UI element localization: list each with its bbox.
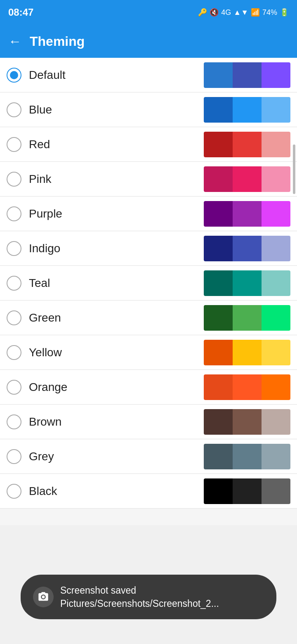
theme-label-orange: Orange: [29, 381, 204, 394]
swatch-part-red-1: [233, 132, 262, 157]
radio-blue[interactable]: [7, 102, 21, 117]
swatch-part-default-2: [262, 62, 290, 88]
swatch-part-brown-1: [233, 409, 262, 435]
status-bar: 08:47 🔑 🔇 4G ▲▼ 📶 74% 🔋: [0, 0, 297, 25]
swatch-part-pink-1: [233, 166, 262, 192]
back-button[interactable]: ←: [8, 34, 21, 49]
radio-red[interactable]: [7, 137, 21, 152]
swatch-part-green-0: [204, 305, 233, 331]
svg-point-0: [42, 595, 45, 598]
theme-row-grey[interactable]: Grey: [0, 439, 297, 474]
swatch-part-teal-2: [262, 270, 290, 296]
color-swatch-teal: [204, 270, 290, 296]
header: ← Theming: [0, 25, 297, 58]
radio-yellow[interactable]: [7, 345, 21, 360]
swatch-part-yellow-2: [262, 340, 290, 365]
theme-label-yellow: Yellow: [29, 346, 204, 359]
theme-label-indigo: Indigo: [29, 242, 204, 255]
bars-icon: 📶: [251, 8, 260, 17]
swatch-part-yellow-0: [204, 340, 233, 365]
swatch-part-blue-1: [233, 97, 262, 123]
color-swatch-pink: [204, 166, 290, 192]
color-swatch-red: [204, 132, 290, 157]
color-swatch-grey: [204, 444, 290, 469]
swatch-part-pink-0: [204, 166, 233, 192]
radio-grey[interactable]: [7, 449, 21, 464]
radio-black[interactable]: [7, 484, 21, 499]
radio-pink[interactable]: [7, 172, 21, 187]
swatch-part-teal-1: [233, 270, 262, 296]
swatch-part-purple-0: [204, 201, 233, 227]
theme-row-purple[interactable]: Purple: [0, 197, 297, 231]
theme-label-black: Black: [29, 485, 204, 498]
swatch-part-blue-2: [262, 97, 290, 123]
swatch-part-pink-2: [262, 166, 290, 192]
theme-row-black[interactable]: Black: [0, 474, 297, 509]
swatch-part-grey-0: [204, 444, 233, 469]
toast-text: Screenshot savedPictures/Screenshots/Scr…: [60, 584, 219, 610]
radio-brown[interactable]: [7, 414, 21, 429]
swatch-part-orange-0: [204, 374, 233, 400]
theme-row-green[interactable]: Green: [0, 301, 297, 335]
swatch-part-default-0: [204, 62, 233, 88]
swatch-part-grey-1: [233, 444, 262, 469]
swatch-part-brown-2: [262, 409, 290, 435]
swatch-part-indigo-0: [204, 236, 233, 261]
toast-notification: Screenshot savedPictures/Screenshots/Scr…: [21, 575, 276, 619]
theme-row-pink[interactable]: Pink: [0, 162, 297, 197]
theme-row-orange[interactable]: Orange: [0, 370, 297, 405]
color-swatch-black: [204, 478, 290, 504]
theme-label-teal: Teal: [29, 277, 204, 290]
theme-label-brown: Brown: [29, 415, 204, 429]
theme-row-teal[interactable]: Teal: [0, 266, 297, 301]
swatch-part-orange-2: [262, 374, 290, 400]
theme-row-indigo[interactable]: Indigo: [0, 231, 297, 266]
color-swatch-indigo: [204, 236, 290, 261]
swatch-part-red-2: [262, 132, 290, 157]
scrollbar[interactable]: [293, 144, 295, 194]
theme-label-blue: Blue: [29, 103, 204, 116]
swatch-part-black-1: [233, 478, 262, 504]
theme-label-pink: Pink: [29, 173, 204, 186]
theme-row-yellow[interactable]: Yellow: [0, 335, 297, 370]
swatch-part-black-2: [262, 478, 290, 504]
page-title: Theming: [30, 34, 85, 49]
color-swatch-brown: [204, 409, 290, 435]
swatch-part-green-2: [262, 305, 290, 331]
swatch-part-blue-0: [204, 97, 233, 123]
color-swatch-blue: [204, 97, 290, 123]
screenshot-icon: [33, 587, 54, 607]
radio-purple[interactable]: [7, 206, 21, 221]
theme-label-green: Green: [29, 311, 204, 324]
battery-icon: 🔋: [280, 8, 289, 17]
theme-row-blue[interactable]: Blue: [0, 92, 297, 127]
theme-label-grey: Grey: [29, 450, 204, 463]
color-swatch-orange: [204, 374, 290, 400]
swatch-part-grey-2: [262, 444, 290, 469]
radio-default[interactable]: [7, 68, 21, 83]
swatch-part-purple-2: [262, 201, 290, 227]
mute-icon: 🔇: [210, 8, 219, 17]
swatch-part-black-0: [204, 478, 233, 504]
signal-icon: ▲▼: [233, 8, 248, 17]
swatch-part-teal-0: [204, 270, 233, 296]
swatch-part-default-1: [233, 62, 262, 88]
status-time: 08:47: [8, 7, 33, 18]
radio-orange[interactable]: [7, 380, 21, 395]
swatch-part-purple-1: [233, 201, 262, 227]
network-icon: 4G: [221, 8, 231, 17]
color-swatch-green: [204, 305, 290, 331]
swatch-part-orange-1: [233, 374, 262, 400]
radio-green[interactable]: [7, 310, 21, 325]
swatch-part-brown-0: [204, 409, 233, 435]
radio-indigo[interactable]: [7, 241, 21, 256]
radio-teal[interactable]: [7, 276, 21, 291]
swatch-part-yellow-1: [233, 340, 262, 365]
theme-row-default[interactable]: Default: [0, 58, 297, 92]
color-swatch-purple: [204, 201, 290, 227]
theme-label-red: Red: [29, 138, 204, 151]
theme-row-brown[interactable]: Brown: [0, 405, 297, 439]
theme-row-red[interactable]: Red: [0, 127, 297, 162]
swatch-part-red-0: [204, 132, 233, 157]
color-swatch-yellow: [204, 340, 290, 365]
